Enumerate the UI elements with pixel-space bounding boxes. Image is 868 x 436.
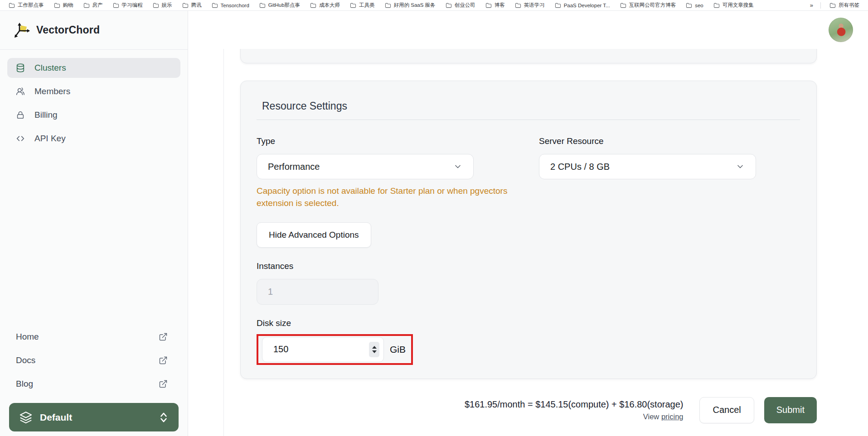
workspace-selector[interactable]: Default bbox=[9, 403, 179, 431]
users-icon bbox=[15, 86, 25, 96]
folder-icon bbox=[485, 3, 492, 8]
main-area: Resource Settings Type Performance Serve… bbox=[188, 11, 868, 436]
bookmark-label: 学习编程 bbox=[122, 2, 143, 9]
folder-icon bbox=[385, 3, 391, 8]
sidebar-item-api-key[interactable]: API Key bbox=[7, 129, 180, 149]
bookmarks-bar: 工作那点事 购物 房产 学习编程 娱乐 腾讯 Tensorchord GitHu… bbox=[0, 0, 868, 11]
bookmarks-overflow-button[interactable]: » bbox=[807, 2, 816, 9]
panel-title: Resource Settings bbox=[262, 100, 800, 112]
bookmark-item[interactable]: 腾讯 bbox=[178, 1, 206, 10]
bookmark-label: 可用文章搜集 bbox=[723, 2, 754, 9]
user-avatar[interactable] bbox=[829, 18, 853, 42]
sidebar-item-label: API Key bbox=[34, 134, 66, 144]
bookmark-item[interactable]: 互联网公司官方博客 bbox=[616, 1, 680, 10]
type-select[interactable]: Performance bbox=[257, 154, 474, 179]
folder-icon bbox=[212, 3, 218, 8]
server-resource-select-value: 2 CPUs / 8 GB bbox=[550, 162, 610, 172]
divider bbox=[820, 2, 821, 9]
folder-icon bbox=[9, 3, 15, 8]
bookmark-item[interactable]: 娱乐 bbox=[149, 1, 176, 10]
bookmark-item[interactable]: 创业公司 bbox=[441, 1, 480, 10]
bookmark-item[interactable]: PaaS Developer T... bbox=[551, 2, 614, 9]
folder-icon bbox=[113, 3, 119, 8]
folder-icon bbox=[829, 3, 836, 8]
bookmark-label: 工作那点事 bbox=[18, 2, 44, 9]
folder-icon bbox=[259, 3, 266, 8]
disk-size-input[interactable] bbox=[262, 337, 384, 362]
folder-icon bbox=[350, 3, 356, 8]
brand[interactable]: VectorChord bbox=[0, 11, 188, 50]
sidebar-item-members[interactable]: Members bbox=[7, 81, 180, 101]
view-pricing-prefix: View bbox=[643, 412, 659, 421]
layers-icon bbox=[19, 411, 33, 424]
topbar bbox=[188, 11, 868, 49]
bookmark-item[interactable]: 可用文章搜集 bbox=[709, 1, 758, 10]
submit-button[interactable]: Submit bbox=[764, 397, 817, 423]
sidebar: VectorChord Clusters Members bbox=[0, 11, 188, 436]
pricing-link[interactable]: pricing bbox=[661, 412, 684, 421]
bookmark-item[interactable]: 成本大师 bbox=[306, 1, 344, 10]
sidebar-spacer bbox=[0, 149, 188, 325]
disk-size-unit: GiB bbox=[390, 344, 406, 355]
type-select-value: Performance bbox=[268, 162, 320, 172]
bookmark-label: seo bbox=[695, 3, 703, 8]
instances-input[interactable] bbox=[257, 279, 378, 305]
bookmark-item[interactable]: seo bbox=[682, 2, 708, 9]
folder-icon bbox=[182, 3, 189, 8]
bookmark-label: Tensorchord bbox=[221, 3, 249, 8]
server-resource-label: Server Resource bbox=[539, 136, 756, 146]
chevrons-up-down-icon bbox=[159, 411, 169, 424]
instances-label: Instances bbox=[257, 261, 800, 271]
bookmarks-list: 工作那点事 购物 房产 学习编程 娱乐 腾讯 Tensorchord GitHu… bbox=[5, 1, 807, 10]
chevron-down-icon bbox=[453, 162, 462, 171]
bookmark-item[interactable]: GitHub那点事 bbox=[255, 1, 304, 10]
server-resource-select[interactable]: 2 CPUs / 8 GB bbox=[539, 154, 756, 179]
folder-icon bbox=[153, 3, 159, 8]
bookmark-item[interactable]: Tensorchord bbox=[208, 2, 253, 9]
sidebar-item-label: Clusters bbox=[34, 63, 66, 73]
sidebar-link-docs[interactable]: Docs bbox=[0, 349, 188, 372]
bookmark-item[interactable]: 工作那点事 bbox=[5, 1, 48, 10]
bookmark-item[interactable]: 好用的 SaaS 服务 bbox=[381, 1, 440, 10]
bookmark-item[interactable]: 博客 bbox=[481, 1, 509, 10]
previous-section-card bbox=[240, 49, 817, 63]
bookmark-label: GitHub那点事 bbox=[268, 2, 300, 9]
bookmark-item[interactable]: 工具类 bbox=[346, 1, 379, 10]
bookmark-label: 好用的 SaaS 服务 bbox=[394, 2, 436, 9]
brand-name: VectorChord bbox=[36, 24, 100, 36]
capacity-warning-text: Capacity option is not available for Sta… bbox=[257, 185, 522, 210]
number-stepper[interactable] bbox=[369, 342, 379, 357]
sidebar-nav: Clusters Members Billing API Key bbox=[0, 50, 188, 149]
sidebar-link-blog[interactable]: Blog bbox=[0, 372, 188, 396]
folder-icon bbox=[54, 3, 60, 8]
sidebar-item-label: Members bbox=[34, 86, 70, 96]
bookmark-item[interactable]: 学习编程 bbox=[109, 1, 147, 10]
stepper-down-icon[interactable] bbox=[372, 350, 377, 353]
bookmark-item[interactable]: 房产 bbox=[79, 1, 107, 10]
bookmark-label: 腾讯 bbox=[191, 2, 202, 9]
sidebar-item-billing[interactable]: Billing bbox=[7, 105, 180, 125]
cancel-button[interactable]: Cancel bbox=[699, 397, 754, 423]
all-bookmarks-button[interactable]: 所有书签 bbox=[825, 1, 863, 10]
sidebar-link-home[interactable]: Home bbox=[0, 325, 188, 349]
bookmark-item[interactable]: 购物 bbox=[50, 1, 78, 10]
divider bbox=[257, 120, 800, 120]
external-link-icon bbox=[159, 356, 168, 365]
folder-icon bbox=[310, 3, 316, 8]
hide-advanced-options-button[interactable]: Hide Advanced Options bbox=[257, 222, 371, 248]
code-icon bbox=[15, 134, 25, 144]
bookmark-label: 互联网公司官方博客 bbox=[629, 2, 676, 9]
sidebar-item-clusters[interactable]: Clusters bbox=[7, 58, 180, 78]
folder-icon bbox=[83, 3, 90, 8]
bookmark-item[interactable]: 英语学习 bbox=[511, 1, 549, 10]
chevron-down-icon bbox=[736, 162, 745, 171]
annotation-box: GiB bbox=[257, 334, 413, 365]
folder-icon bbox=[515, 3, 521, 8]
disk-size-label: Disk size bbox=[257, 318, 800, 328]
stepper-up-icon[interactable] bbox=[372, 346, 377, 349]
bookmark-label: 创业公司 bbox=[455, 2, 475, 9]
bookmark-label: PaaS Developer T... bbox=[564, 3, 610, 8]
bookmark-label: 工具类 bbox=[359, 2, 375, 9]
folder-icon bbox=[555, 3, 561, 8]
bookmark-label: 博客 bbox=[495, 2, 505, 9]
